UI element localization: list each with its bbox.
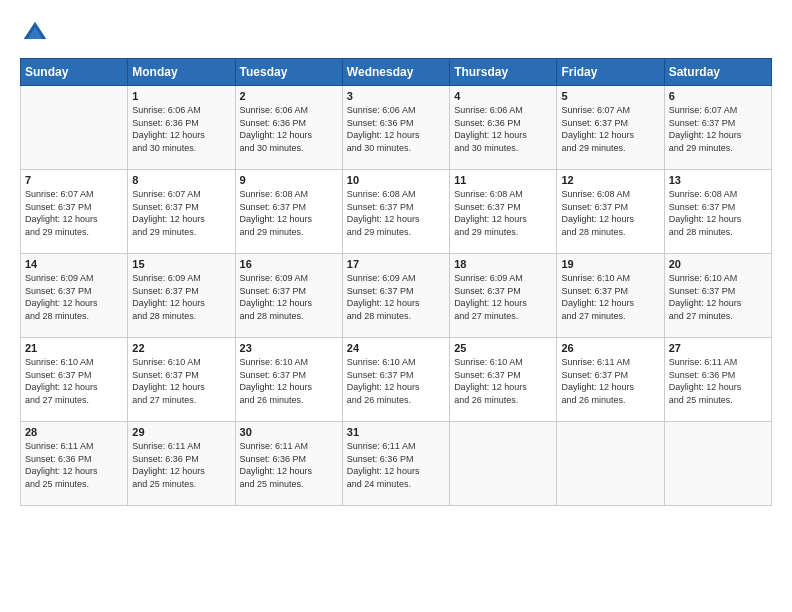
day-info: Sunrise: 6:06 AM Sunset: 6:36 PM Dayligh…	[132, 104, 230, 154]
table-row: 19Sunrise: 6:10 AM Sunset: 6:37 PM Dayli…	[557, 254, 664, 338]
day-info: Sunrise: 6:11 AM Sunset: 6:36 PM Dayligh…	[347, 440, 445, 490]
day-info: Sunrise: 6:07 AM Sunset: 6:37 PM Dayligh…	[25, 188, 123, 238]
calendar-week-row: 28Sunrise: 6:11 AM Sunset: 6:36 PM Dayli…	[21, 422, 772, 506]
table-row: 2Sunrise: 6:06 AM Sunset: 6:36 PM Daylig…	[235, 86, 342, 170]
table-row: 21Sunrise: 6:10 AM Sunset: 6:37 PM Dayli…	[21, 338, 128, 422]
day-number: 19	[561, 258, 659, 270]
day-info: Sunrise: 6:10 AM Sunset: 6:37 PM Dayligh…	[240, 356, 338, 406]
calendar-week-row: 21Sunrise: 6:10 AM Sunset: 6:37 PM Dayli…	[21, 338, 772, 422]
day-info: Sunrise: 6:06 AM Sunset: 6:36 PM Dayligh…	[454, 104, 552, 154]
table-row: 10Sunrise: 6:08 AM Sunset: 6:37 PM Dayli…	[342, 170, 449, 254]
day-number: 16	[240, 258, 338, 270]
day-number: 24	[347, 342, 445, 354]
day-info: Sunrise: 6:07 AM Sunset: 6:37 PM Dayligh…	[132, 188, 230, 238]
calendar-week-row: 1Sunrise: 6:06 AM Sunset: 6:36 PM Daylig…	[21, 86, 772, 170]
day-info: Sunrise: 6:08 AM Sunset: 6:37 PM Dayligh…	[561, 188, 659, 238]
table-row: 27Sunrise: 6:11 AM Sunset: 6:36 PM Dayli…	[664, 338, 771, 422]
table-row: 14Sunrise: 6:09 AM Sunset: 6:37 PM Dayli…	[21, 254, 128, 338]
day-number: 4	[454, 90, 552, 102]
day-info: Sunrise: 6:08 AM Sunset: 6:37 PM Dayligh…	[669, 188, 767, 238]
table-row: 25Sunrise: 6:10 AM Sunset: 6:37 PM Dayli…	[450, 338, 557, 422]
table-row: 18Sunrise: 6:09 AM Sunset: 6:37 PM Dayli…	[450, 254, 557, 338]
logo	[20, 18, 54, 48]
header-monday: Monday	[128, 59, 235, 86]
logo-icon	[20, 18, 50, 48]
day-info: Sunrise: 6:11 AM Sunset: 6:37 PM Dayligh…	[561, 356, 659, 406]
day-info: Sunrise: 6:09 AM Sunset: 6:37 PM Dayligh…	[240, 272, 338, 322]
day-info: Sunrise: 6:10 AM Sunset: 6:37 PM Dayligh…	[454, 356, 552, 406]
day-number: 9	[240, 174, 338, 186]
table-row: 26Sunrise: 6:11 AM Sunset: 6:37 PM Dayli…	[557, 338, 664, 422]
day-number: 25	[454, 342, 552, 354]
header-wednesday: Wednesday	[342, 59, 449, 86]
table-row: 3Sunrise: 6:06 AM Sunset: 6:36 PM Daylig…	[342, 86, 449, 170]
day-number: 18	[454, 258, 552, 270]
day-number: 15	[132, 258, 230, 270]
header-thursday: Thursday	[450, 59, 557, 86]
table-row: 9Sunrise: 6:08 AM Sunset: 6:37 PM Daylig…	[235, 170, 342, 254]
day-number: 28	[25, 426, 123, 438]
day-info: Sunrise: 6:08 AM Sunset: 6:37 PM Dayligh…	[240, 188, 338, 238]
table-row: 16Sunrise: 6:09 AM Sunset: 6:37 PM Dayli…	[235, 254, 342, 338]
day-info: Sunrise: 6:11 AM Sunset: 6:36 PM Dayligh…	[25, 440, 123, 490]
table-row: 7Sunrise: 6:07 AM Sunset: 6:37 PM Daylig…	[21, 170, 128, 254]
day-info: Sunrise: 6:10 AM Sunset: 6:37 PM Dayligh…	[132, 356, 230, 406]
table-row	[557, 422, 664, 506]
day-info: Sunrise: 6:08 AM Sunset: 6:37 PM Dayligh…	[347, 188, 445, 238]
day-info: Sunrise: 6:07 AM Sunset: 6:37 PM Dayligh…	[561, 104, 659, 154]
day-number: 7	[25, 174, 123, 186]
day-number: 17	[347, 258, 445, 270]
day-number: 22	[132, 342, 230, 354]
calendar-week-row: 7Sunrise: 6:07 AM Sunset: 6:37 PM Daylig…	[21, 170, 772, 254]
day-info: Sunrise: 6:09 AM Sunset: 6:37 PM Dayligh…	[454, 272, 552, 322]
day-number: 12	[561, 174, 659, 186]
day-number: 30	[240, 426, 338, 438]
table-row: 15Sunrise: 6:09 AM Sunset: 6:37 PM Dayli…	[128, 254, 235, 338]
day-number: 23	[240, 342, 338, 354]
day-number: 3	[347, 90, 445, 102]
day-info: Sunrise: 6:09 AM Sunset: 6:37 PM Dayligh…	[132, 272, 230, 322]
table-row: 28Sunrise: 6:11 AM Sunset: 6:36 PM Dayli…	[21, 422, 128, 506]
day-info: Sunrise: 6:09 AM Sunset: 6:37 PM Dayligh…	[25, 272, 123, 322]
day-number: 31	[347, 426, 445, 438]
day-info: Sunrise: 6:10 AM Sunset: 6:37 PM Dayligh…	[561, 272, 659, 322]
day-number: 21	[25, 342, 123, 354]
table-row: 1Sunrise: 6:06 AM Sunset: 6:36 PM Daylig…	[128, 86, 235, 170]
day-number: 29	[132, 426, 230, 438]
day-number: 5	[561, 90, 659, 102]
day-number: 10	[347, 174, 445, 186]
table-row: 13Sunrise: 6:08 AM Sunset: 6:37 PM Dayli…	[664, 170, 771, 254]
day-info: Sunrise: 6:07 AM Sunset: 6:37 PM Dayligh…	[669, 104, 767, 154]
table-row: 17Sunrise: 6:09 AM Sunset: 6:37 PM Dayli…	[342, 254, 449, 338]
day-number: 14	[25, 258, 123, 270]
day-info: Sunrise: 6:10 AM Sunset: 6:37 PM Dayligh…	[25, 356, 123, 406]
table-row	[450, 422, 557, 506]
table-row: 12Sunrise: 6:08 AM Sunset: 6:37 PM Dayli…	[557, 170, 664, 254]
day-number: 2	[240, 90, 338, 102]
day-number: 6	[669, 90, 767, 102]
day-number: 26	[561, 342, 659, 354]
calendar-week-row: 14Sunrise: 6:09 AM Sunset: 6:37 PM Dayli…	[21, 254, 772, 338]
day-info: Sunrise: 6:06 AM Sunset: 6:36 PM Dayligh…	[347, 104, 445, 154]
header-sunday: Sunday	[21, 59, 128, 86]
day-info: Sunrise: 6:10 AM Sunset: 6:37 PM Dayligh…	[347, 356, 445, 406]
day-number: 1	[132, 90, 230, 102]
day-number: 20	[669, 258, 767, 270]
table-row	[664, 422, 771, 506]
table-row: 6Sunrise: 6:07 AM Sunset: 6:37 PM Daylig…	[664, 86, 771, 170]
day-info: Sunrise: 6:11 AM Sunset: 6:36 PM Dayligh…	[132, 440, 230, 490]
day-info: Sunrise: 6:11 AM Sunset: 6:36 PM Dayligh…	[240, 440, 338, 490]
day-info: Sunrise: 6:11 AM Sunset: 6:36 PM Dayligh…	[669, 356, 767, 406]
calendar-table: Sunday Monday Tuesday Wednesday Thursday…	[20, 58, 772, 506]
day-number: 13	[669, 174, 767, 186]
table-row: 24Sunrise: 6:10 AM Sunset: 6:37 PM Dayli…	[342, 338, 449, 422]
table-row: 30Sunrise: 6:11 AM Sunset: 6:36 PM Dayli…	[235, 422, 342, 506]
day-info: Sunrise: 6:06 AM Sunset: 6:36 PM Dayligh…	[240, 104, 338, 154]
header-tuesday: Tuesday	[235, 59, 342, 86]
day-info: Sunrise: 6:08 AM Sunset: 6:37 PM Dayligh…	[454, 188, 552, 238]
table-row: 23Sunrise: 6:10 AM Sunset: 6:37 PM Dayli…	[235, 338, 342, 422]
calendar-header-row: Sunday Monday Tuesday Wednesday Thursday…	[21, 59, 772, 86]
table-row: 8Sunrise: 6:07 AM Sunset: 6:37 PM Daylig…	[128, 170, 235, 254]
day-info: Sunrise: 6:09 AM Sunset: 6:37 PM Dayligh…	[347, 272, 445, 322]
page-header	[20, 18, 772, 48]
